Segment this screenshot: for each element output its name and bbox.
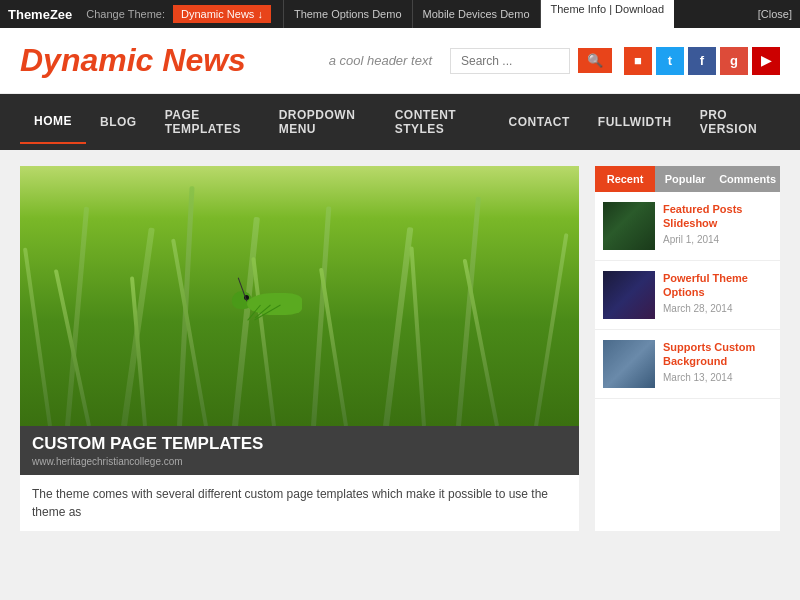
- site-title[interactable]: Dynamic News: [20, 42, 246, 79]
- tab-popular[interactable]: Popular: [655, 166, 715, 192]
- post-date-3: March 13, 2014: [663, 372, 772, 383]
- post-thumb-3: [603, 340, 655, 388]
- sidebar-post-3: Supports Custom Background March 13, 201…: [595, 330, 780, 399]
- post-title-2[interactable]: Powerful Theme Options: [663, 271, 772, 300]
- article-image: [20, 166, 579, 426]
- header-right: a cool header text 🔍 ■ t f g ▶: [329, 47, 780, 75]
- admin-nav-theme-options[interactable]: Theme Options Demo: [283, 0, 413, 28]
- googleplus-icon[interactable]: g: [720, 47, 748, 75]
- content-wrapper: CUSTOM PAGE TEMPLATES www.heritagechrist…: [0, 150, 800, 547]
- sidebar-post-1: Featured Posts Slideshow April 1, 2014: [595, 192, 780, 261]
- grasshopper-illustration: [232, 283, 312, 328]
- brand-logo: ThemeZee: [8, 7, 72, 22]
- post-info-1: Featured Posts Slideshow April 1, 2014: [663, 202, 772, 245]
- nav-content-styles[interactable]: CONTENT STYLES: [381, 94, 495, 150]
- nav-blog[interactable]: BLOG: [86, 101, 151, 143]
- rss-icon[interactable]: ■: [624, 47, 652, 75]
- admin-bar: ThemeZee Change Theme: Dynamic News ↓ Th…: [0, 0, 800, 28]
- sidebar-post-2: Powerful Theme Options March 28, 2014: [595, 261, 780, 330]
- post-date-2: March 28, 2014: [663, 303, 772, 314]
- post-info-3: Supports Custom Background March 13, 201…: [663, 340, 772, 383]
- article-excerpt: The theme comes with several different c…: [20, 475, 579, 531]
- main-navigation: HOME BLOG PAGE TEMPLATES DROPDOWN MENU C…: [0, 94, 800, 150]
- admin-nav-mobile[interactable]: Mobile Devices Demo: [413, 0, 541, 28]
- nav-contact[interactable]: CONTACT: [495, 101, 584, 143]
- header-tagline: a cool header text: [329, 53, 432, 68]
- search-button[interactable]: 🔍: [578, 48, 612, 73]
- admin-bar-close[interactable]: [Close]: [758, 8, 792, 20]
- sidebar: Recent Popular Comments Featured Posts S…: [595, 166, 780, 531]
- post-thumb-2: [603, 271, 655, 319]
- twitter-icon[interactable]: t: [656, 47, 684, 75]
- post-title-3[interactable]: Supports Custom Background: [663, 340, 772, 369]
- nav-page-templates[interactable]: PAGE TEMPLATES: [151, 94, 265, 150]
- social-icons: ■ t f g ▶: [624, 47, 780, 75]
- tab-recent[interactable]: Recent: [595, 166, 655, 192]
- facebook-icon[interactable]: f: [688, 47, 716, 75]
- nav-fullwidth[interactable]: FULLWIDTH: [584, 101, 686, 143]
- theme-info-link[interactable]: Theme Info | Download: [541, 0, 675, 28]
- sidebar-tabs: Recent Popular Comments: [595, 166, 780, 192]
- nav-dropdown-menu[interactable]: DROPDOWN MENU: [265, 94, 381, 150]
- nav-pro-version[interactable]: PRO VERSION: [686, 94, 780, 150]
- article-title: CUSTOM PAGE TEMPLATES: [32, 434, 567, 454]
- youtube-icon[interactable]: ▶: [752, 47, 780, 75]
- theme-selector[interactable]: Dynamic News ↓: [173, 5, 271, 23]
- article-url: www.heritagechristiancollege.com: [32, 456, 567, 467]
- search-input[interactable]: [450, 48, 570, 74]
- change-theme-label: Change Theme:: [86, 8, 165, 20]
- article-caption: CUSTOM PAGE TEMPLATES www.heritagechrist…: [20, 426, 579, 475]
- post-date-1: April 1, 2014: [663, 234, 772, 245]
- nav-home[interactable]: HOME: [20, 100, 86, 144]
- tab-comments[interactable]: Comments: [715, 166, 780, 192]
- post-info-2: Powerful Theme Options March 28, 2014: [663, 271, 772, 314]
- admin-nav-links: Theme Options Demo Mobile Devices Demo T…: [283, 0, 674, 28]
- post-title-1[interactable]: Featured Posts Slideshow: [663, 202, 772, 231]
- main-article: CUSTOM PAGE TEMPLATES www.heritagechrist…: [20, 166, 579, 531]
- site-header: Dynamic News a cool header text 🔍 ■ t f …: [0, 28, 800, 94]
- post-thumb-1: [603, 202, 655, 250]
